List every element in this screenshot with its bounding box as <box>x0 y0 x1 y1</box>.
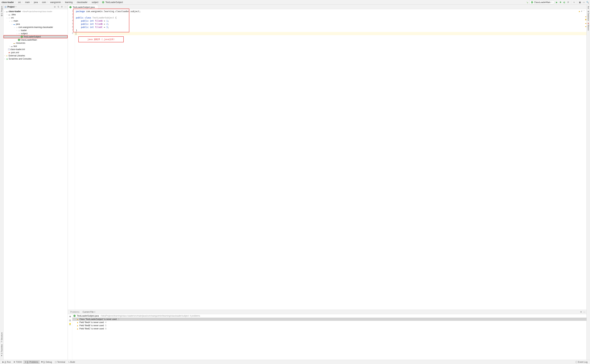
error-stripe[interactable] <box>585 9 586 310</box>
project-panel-title[interactable]: Project ▼ <box>7 6 53 8</box>
settings-icon[interactable]: ✲ <box>580 311 582 313</box>
tree-loader[interactable]: › ▭ loader <box>4 29 68 32</box>
tree-subject[interactable]: ⌄ ▭ subject <box>4 32 68 35</box>
tree-java[interactable]: ⌄ ▬ java <box>4 22 68 26</box>
build-icon[interactable]: ↘ <box>526 1 528 4</box>
structure-tool-button[interactable]: 7: Structure <box>1 332 3 342</box>
problems-list[interactable]: C TestLoaderSubject.java ~/IdeaProjects/… <box>72 314 586 360</box>
expand-icon[interactable]: ▤ <box>69 319 71 321</box>
problem-row[interactable]: ▲ Field 'filedA' is never used :4 <box>72 321 586 324</box>
editor-code[interactable]: package com.wangzemin.learning.classload… <box>75 9 586 310</box>
line-number[interactable]: 5 <box>68 22 75 26</box>
crumb-com[interactable]: com <box>41 1 46 4</box>
problems-file-header[interactable]: C TestLoaderSubject.java ~/IdeaProjects/… <box>72 314 586 318</box>
tree-package[interactable]: ⌄ ▭ com.wangzemin.learning.classloader <box>4 26 68 29</box>
line-number[interactable]: 4 <box>68 19 75 22</box>
crumb-file[interactable]: TestLoaderSubject <box>105 1 123 4</box>
expander-icon[interactable]: › <box>4 58 6 60</box>
expander-icon[interactable]: ⌄ <box>11 23 13 25</box>
tree-test[interactable]: › ▬ test <box>4 45 68 48</box>
problems-tool-button[interactable]: ⊘6: Problems <box>23 360 40 364</box>
problem-row[interactable]: ▲ Field 'filedB' is never used :5 <box>72 324 586 327</box>
expander-icon[interactable]: ⌄ <box>4 11 6 12</box>
crumb-java[interactable]: java <box>33 1 38 4</box>
settings-icon[interactable]: ✲ <box>61 6 63 8</box>
expander-icon[interactable]: ⌄ <box>13 26 15 28</box>
tree-classloadermain[interactable]: C ClassLoaderMain <box>4 38 68 41</box>
todo-tool-button[interactable]: ≣TODO <box>12 360 23 364</box>
stripe-mark[interactable] <box>585 20 586 20</box>
crumb-learning[interactable]: learning <box>65 1 73 4</box>
project-structure-button[interactable]: ▭ <box>582 1 585 4</box>
project-tool-button[interactable]: ▤1: Project <box>1 6 3 17</box>
editor-body[interactable]: 1 2 3 4 5 6 7 8 package com.wangzemin.le… <box>68 9 586 310</box>
expander-icon[interactable]: › <box>6 14 8 15</box>
debug-tool-button[interactable]: ✱5: Debug <box>40 360 53 364</box>
tree-main[interactable]: ⌄ ▭ main <box>4 19 68 22</box>
tree-idea[interactable]: › ▬ .idea <box>4 13 68 16</box>
build-tool-button[interactable]: ↘Build <box>67 360 77 364</box>
run-button[interactable]: ▶ <box>555 1 558 4</box>
tree-src[interactable]: ⌄ ▭ src <box>4 16 68 19</box>
stripe-mark[interactable] <box>585 19 586 20</box>
problem-row[interactable]: ▲ Field 'filedC' is never used :6 <box>72 327 586 330</box>
problems-tab-current[interactable]: Current File4 <box>81 310 97 314</box>
database-tool-button[interactable]: ≣Database <box>587 11 590 21</box>
tree-resources[interactable]: ▬ resources <box>4 41 68 45</box>
tree-scratches[interactable]: › ◑ Scratches and Consoles <box>4 57 68 60</box>
tree-external-libs[interactable]: › ⫾⫾ External Libraries <box>4 54 68 57</box>
run-configuration-selector[interactable]: C ClassLoaderMain ▼ <box>529 0 554 4</box>
hide-icon[interactable]: — <box>65 6 67 8</box>
collapse-icon[interactable]: ⇅ <box>58 6 59 8</box>
stripe-mark[interactable] <box>585 23 586 24</box>
search-everywhere-button[interactable]: 🔍 <box>586 1 589 4</box>
inspection-indicator[interactable]: ▲ 4 ˆ ˇ <box>578 10 585 12</box>
view-icon[interactable]: ◉ <box>69 315 71 318</box>
coverage-button[interactable]: ◐ <box>563 1 566 4</box>
crumb-src[interactable]: src <box>18 1 21 4</box>
debug-button[interactable]: ✱ <box>559 1 562 4</box>
expander-icon[interactable]: › <box>4 55 6 57</box>
run-tool-button[interactable]: ▶4: Run <box>1 360 12 364</box>
expander-icon[interactable]: ⌄ <box>16 33 18 34</box>
prev-highlight-icon[interactable]: ˆ <box>583 10 584 12</box>
line-number[interactable]: 1 <box>68 10 75 13</box>
module-icon: ▬ <box>6 10 8 13</box>
line-number[interactable]: 7 <box>68 29 75 32</box>
stripe-mark[interactable] <box>585 26 586 27</box>
crumb-subject[interactable]: subject <box>91 1 99 4</box>
close-tab-icon[interactable]: × <box>95 6 97 8</box>
bulb-icon[interactable]: 💡 <box>69 323 71 325</box>
expander-icon[interactable]: ⌄ <box>6 17 8 19</box>
tree-iml[interactable]: class-loader.iml <box>4 48 68 51</box>
crumb-main[interactable]: main <box>25 1 30 4</box>
locate-icon[interactable]: ⊕ <box>54 6 56 8</box>
expander-icon[interactable]: ⌄ <box>8 20 11 22</box>
profile-button[interactable]: ⟳ <box>567 1 570 4</box>
line-number[interactable]: 6 <box>68 26 75 29</box>
problem-row[interactable]: ▲ Class 'TestLoaderSubject' is never use… <box>72 318 586 321</box>
project-tree[interactable]: ⌄ ▬ class-loader ~/IdeaProjects/learning… <box>4 9 68 360</box>
line-number[interactable]: 3 <box>68 16 75 19</box>
editor-tab[interactable]: C TestLoaderSubject.java × <box>68 5 98 9</box>
hide-icon[interactable]: — <box>583 311 585 313</box>
crumb-root[interactable]: class-loader <box>1 1 14 4</box>
expander-icon[interactable]: › <box>8 45 11 47</box>
event-log-button[interactable]: Event Log <box>574 360 589 364</box>
favorites-tool-button[interactable]: ★2: Favorites <box>1 344 3 357</box>
git-button[interactable]: ▣ <box>578 1 581 4</box>
stripe-mark[interactable] <box>585 17 586 17</box>
tree-root[interactable]: ⌄ ▬ class-loader ~/IdeaProjects/learning… <box>4 10 68 13</box>
stop-button[interactable]: ■ <box>573 1 575 4</box>
tree-pom[interactable]: m pom.xml <box>4 51 68 54</box>
problem-message: Class 'TestLoaderSubject' is never used <box>79 318 117 320</box>
crumb-wangzemin[interactable]: wangzemin <box>50 1 61 4</box>
ant-tool-button[interactable]: Ant <box>587 6 590 9</box>
problems-tab-all[interactable]: Problems: <box>69 310 81 314</box>
expander-icon[interactable]: › <box>16 30 18 31</box>
maven-tool-button[interactable]: mMaven <box>587 23 590 31</box>
line-number[interactable]: 2 <box>68 13 75 16</box>
terminal-tool-button[interactable]: ▢Terminal <box>53 360 67 364</box>
tree-testloadersubject[interactable]: C TestLoaderSubject <box>4 35 68 38</box>
crumb-classloader[interactable]: classloader <box>76 1 88 4</box>
